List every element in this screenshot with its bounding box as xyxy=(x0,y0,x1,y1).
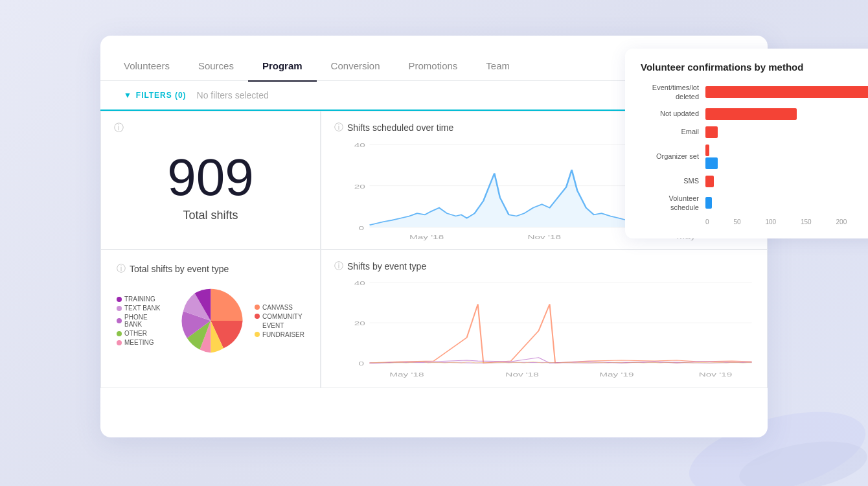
pie-legend-left: TRAINING TEXT BANK PHONE BANK OTHER xyxy=(117,295,166,346)
tab-team[interactable]: Team xyxy=(472,60,524,82)
bar-track-volunteer-schedule xyxy=(705,197,868,209)
pie-legend-right: CANVASS COMMUNITY EVENT FUNDRAISER xyxy=(255,304,304,338)
tab-conversion[interactable]: Conversion xyxy=(317,60,394,82)
legend-fundraiser: FUNDRAISER xyxy=(255,331,304,338)
bar-chart-title: Volunteer confirmations by method xyxy=(641,62,868,73)
tab-sources[interactable]: Sources xyxy=(184,60,248,82)
bar-fill-email-red xyxy=(705,126,718,138)
legend-dot-training xyxy=(117,297,122,302)
bar-label-organizer: Organizer set xyxy=(641,152,699,161)
bar-row-sms: SMS xyxy=(641,176,868,187)
bar-row-organizer: Organizer set xyxy=(641,145,868,169)
bar-axis: 0 50 100 150 200 250 300 350 xyxy=(641,218,868,226)
bar-label-email: Email xyxy=(641,127,699,136)
bar-row-volunteer-schedule: Volunteerschedule xyxy=(641,194,868,213)
total-shifts-number: 909 xyxy=(167,152,253,203)
svg-text:20: 20 xyxy=(354,183,365,190)
total-shifts-by-event-cell: ⓘ Total shifts by event type TRAINING TE… xyxy=(100,249,321,388)
svg-text:Nov '18: Nov '18 xyxy=(505,371,539,378)
legend-dot-fundraiser xyxy=(255,332,260,337)
bar-row-event-deleted: Event/times/lotdeleted xyxy=(641,83,868,102)
svg-text:Nov '18: Nov '18 xyxy=(527,233,561,240)
info-icon-total: ⓘ xyxy=(114,122,124,134)
bar-track-not-updated xyxy=(705,108,868,120)
legend-canvass: CANVASS xyxy=(255,304,304,311)
bar-label-event-deleted: Event/times/lotdeleted xyxy=(641,83,699,102)
legend-dot-canvass xyxy=(255,305,260,310)
bar-track-organizer xyxy=(705,145,868,169)
bar-label-sms: SMS xyxy=(641,176,699,185)
filters-button[interactable]: ▼ FILTERS (0) xyxy=(124,91,187,100)
tab-program[interactable]: Program xyxy=(248,60,317,82)
legend-dot-phonebank xyxy=(117,318,122,323)
legend-community: COMMUNITY xyxy=(255,313,304,320)
legend-dot-meeting xyxy=(117,340,122,345)
legend-meeting: MEETING xyxy=(117,339,166,346)
svg-text:May '18: May '18 xyxy=(389,371,424,378)
shifts-by-event-title: ⓘ Shifts by event type xyxy=(334,260,754,272)
volunteer-confirmations-card: Volunteer confirmations by method Event/… xyxy=(625,49,868,238)
info-icon-pie: ⓘ xyxy=(117,263,126,275)
svg-text:May '18: May '18 xyxy=(409,233,444,240)
filters-label: FILTERS (0) xyxy=(136,91,187,100)
dashboard-wrapper: Volunteers Sources Program Conversion Pr… xyxy=(100,49,768,437)
svg-text:20: 20 xyxy=(354,320,365,327)
bar-label-not-updated: Not updated xyxy=(641,109,699,118)
bar-track-email xyxy=(705,126,868,138)
bar-track-event-deleted xyxy=(705,86,868,98)
total-shifts-label: Total shifts xyxy=(183,209,238,222)
filter-icon: ▼ xyxy=(124,91,132,100)
svg-text:May '19: May '19 xyxy=(599,371,634,378)
tab-promotions[interactable]: Promotions xyxy=(394,60,472,82)
info-icon-event: ⓘ xyxy=(334,260,343,272)
svg-text:40: 40 xyxy=(354,280,365,286)
bar-fill-volunteer-schedule-blue xyxy=(705,197,712,209)
bar-track-sms xyxy=(705,176,868,187)
legend-other: OTHER xyxy=(117,330,166,337)
svg-text:0: 0 xyxy=(359,224,365,231)
bar-fill-organizer-red xyxy=(705,145,709,156)
tab-volunteers[interactable]: Volunteers xyxy=(124,60,184,82)
bar-row-email: Email xyxy=(641,126,868,138)
shifts-by-event-chart: 40 20 0 xyxy=(334,277,754,381)
no-filters-text: No filters selected xyxy=(197,90,269,100)
legend-training: TRAINING xyxy=(117,295,166,303)
bar-row-not-updated: Not updated xyxy=(641,108,868,120)
bar-label-volunteer-schedule: Volunteerschedule xyxy=(641,194,699,213)
bar-fill-sms-red xyxy=(705,176,714,187)
pie-chart-svg xyxy=(176,285,246,356)
legend-textbank: TEXT BANK xyxy=(117,305,166,312)
bar-fill-organizer-blue xyxy=(705,157,718,169)
total-shifts-by-event-title: ⓘ Total shifts by event type xyxy=(117,263,304,275)
svg-text:Nov '19: Nov '19 xyxy=(699,371,733,378)
bar-fill-not-updated-red xyxy=(705,108,797,120)
svg-text:0: 0 xyxy=(359,360,365,367)
legend-dot-community xyxy=(255,314,260,319)
info-icon-shifts-time: ⓘ xyxy=(334,122,343,133)
bar-fill-event-deleted-red xyxy=(705,86,868,98)
svg-text:40: 40 xyxy=(354,141,365,148)
legend-dot-textbank xyxy=(117,306,122,311)
total-shifts-cell: ⓘ 909 Total shifts xyxy=(100,111,321,249)
pie-area: TRAINING TEXT BANK PHONE BANK OTHER xyxy=(117,285,304,356)
shifts-by-event-cell: ⓘ Shifts by event type 40 20 0 xyxy=(321,249,768,388)
legend-event-label: EVENT xyxy=(255,322,304,329)
legend-phonebank: PHONE BANK xyxy=(117,314,166,328)
legend-dot-other xyxy=(117,331,122,336)
